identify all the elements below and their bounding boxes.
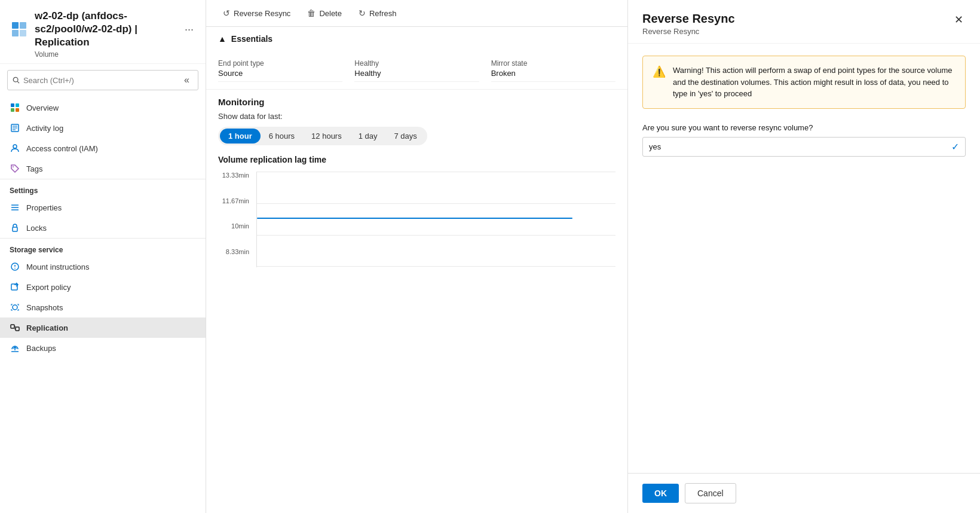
tags-icon — [10, 163, 20, 174]
access-control-icon — [10, 143, 20, 154]
reverse-resync-icon: ↺ — [223, 8, 230, 18]
mount-icon — [10, 261, 20, 272]
sidebar-item-access-control[interactable]: Access control (IAM) — [0, 138, 206, 158]
sidebar-item-snapshots[interactable]: Snapshots — [0, 297, 206, 317]
svg-rect-2 — [12, 30, 19, 36]
svg-point-22 — [14, 268, 16, 269]
properties-icon — [10, 202, 20, 213]
replication-icon — [10, 322, 20, 333]
essentials-title: Essentials — [231, 34, 272, 44]
sidebar-item-backups[interactable]: Backups — [0, 338, 206, 358]
collapse-button[interactable]: « — [180, 74, 193, 87]
refresh-button[interactable]: ↻ Refresh — [351, 5, 404, 22]
time-btn-7days[interactable]: 7 days — [386, 129, 425, 143]
toolbar: ↺ Reverse Resync 🗑 Delete ↻ Refresh — [206, 0, 627, 27]
svg-rect-0 — [12, 22, 19, 29]
svg-rect-7 — [16, 103, 19, 107]
gridline-mid2 — [257, 235, 615, 236]
monitoring-section: Monitoring Show data for last: 1 hour 6 … — [206, 89, 627, 274]
refresh-icon: ↻ — [359, 8, 366, 18]
gridline-mid1 — [257, 203, 615, 204]
sidebar-item-properties-label: Properties — [26, 203, 62, 212]
warning-icon: ⚠️ — [653, 65, 666, 100]
panel-body: ⚠️ Warning! This action will perform a s… — [628, 44, 980, 473]
sidebar-item-overview-label: Overview — [26, 103, 59, 112]
svg-rect-1 — [20, 22, 26, 29]
sidebar-item-access-control-label: Access control (IAM) — [26, 144, 98, 153]
time-btn-1hour[interactable]: 1 hour — [220, 129, 261, 143]
time-btn-6hours[interactable]: 6 hours — [261, 129, 303, 143]
sidebar-item-locks-label: Locks — [26, 224, 47, 233]
panel-header: Reverse Resync Reverse Resync ✕ — [628, 0, 980, 44]
panel-subtitle: Reverse Resync — [642, 27, 735, 36]
chart-line — [257, 218, 572, 219]
svg-rect-6 — [11, 103, 14, 107]
essentials-section: ▲ Essentials End point type Source Healt… — [206, 27, 627, 89]
svg-rect-27 — [16, 327, 19, 331]
svg-rect-3 — [20, 30, 26, 36]
y-label-3: 8.33min — [218, 248, 254, 255]
mirror-state-label: Mirror state — [491, 59, 615, 68]
panel-title-area: Reverse Resync Reverse Resync — [642, 12, 735, 36]
backups-icon — [10, 343, 20, 353]
show-data-label: Show data for last: — [218, 112, 615, 121]
reverse-resync-panel: Reverse Resync Reverse Resync ✕ ⚠️ Warni… — [627, 0, 980, 513]
time-btn-12hours[interactable]: 12 hours — [303, 129, 350, 143]
storage-section-label: Storage service — [0, 238, 206, 256]
nav-list: Overview Activity log Access control ( — [0, 95, 206, 513]
collapse-essentials-icon[interactable]: ▲ — [218, 34, 226, 44]
essentials-header: ▲ Essentials — [218, 34, 615, 47]
warning-text: Warning! This action will perform a swap… — [673, 65, 956, 100]
sidebar-item-backups-label: Backups — [26, 344, 56, 353]
volume-icon — [10, 20, 29, 39]
sidebar-item-mount-instructions[interactable]: Mount instructions — [0, 256, 206, 277]
time-selector: 1 hour 6 hours 12 hours 1 day 7 days — [218, 127, 427, 145]
chart-y-labels: 13.33min 11.67min 10min 8.33min — [218, 172, 254, 255]
warning-box: ⚠️ Warning! This action will perform a s… — [642, 56, 966, 109]
essentials-item-mirror-state: Mirror state Broken — [491, 56, 615, 82]
svg-rect-9 — [16, 108, 19, 112]
time-btn-1day[interactable]: 1 day — [350, 129, 386, 143]
svg-point-4 — [13, 78, 18, 83]
sidebar-item-replication[interactable]: Replication — [0, 317, 206, 338]
resource-header: w2-02-dp (anfdocs-sc2/pool0/w2-02-dp) | … — [0, 0, 206, 64]
mirror-state-value: Broken — [491, 69, 615, 78]
sidebar-item-locks[interactable]: Locks — [0, 218, 206, 238]
y-label-1: 11.67min — [218, 197, 254, 204]
sidebar-item-tags[interactable]: Tags — [0, 158, 206, 179]
gridline-top — [257, 172, 615, 172]
reverse-resync-button[interactable]: ↺ Reverse Resync — [216, 5, 298, 22]
sidebar-item-activity-log-label: Activity log — [26, 124, 63, 133]
svg-point-15 — [13, 166, 14, 167]
y-label-2: 10min — [218, 222, 254, 230]
sidebar-item-properties[interactable]: Properties — [0, 197, 206, 218]
essentials-item-healthy: Healthy Healthy — [354, 56, 479, 82]
search-box[interactable]: « — [7, 70, 198, 90]
confirm-input-row: ✓ — [642, 137, 966, 157]
search-input[interactable] — [23, 76, 177, 85]
settings-section-label: Settings — [0, 179, 206, 197]
chart-area — [256, 172, 615, 267]
ok-button[interactable]: OK — [642, 484, 679, 503]
svg-point-14 — [13, 145, 17, 148]
svg-point-25 — [13, 305, 17, 310]
sidebar-item-overview[interactable]: Overview — [0, 97, 206, 118]
essentials-item-endpoint: End point type Source — [218, 56, 342, 82]
chart-container: 13.33min 11.67min 10min 8.33min — [218, 172, 615, 267]
export-policy-icon — [10, 282, 20, 292]
sidebar-item-tags-label: Tags — [26, 164, 42, 173]
cancel-button[interactable]: Cancel — [685, 483, 736, 503]
sidebar-item-export-policy[interactable]: Export policy — [0, 277, 206, 297]
svg-rect-26 — [11, 325, 14, 328]
resource-subtitle: Volume — [35, 50, 196, 59]
overview-icon — [10, 102, 20, 113]
locks-icon — [10, 222, 20, 233]
confirm-input[interactable] — [649, 142, 951, 151]
sidebar-item-export-policy-label: Export policy — [26, 283, 71, 292]
svg-rect-8 — [11, 108, 14, 112]
sidebar-item-activity-log[interactable]: Activity log — [0, 118, 206, 138]
more-options-icon[interactable]: ··· — [182, 21, 196, 38]
delete-button[interactable]: 🗑 Delete — [300, 5, 349, 22]
y-label-0: 13.33min — [218, 172, 254, 179]
close-button[interactable]: ✕ — [952, 12, 966, 28]
